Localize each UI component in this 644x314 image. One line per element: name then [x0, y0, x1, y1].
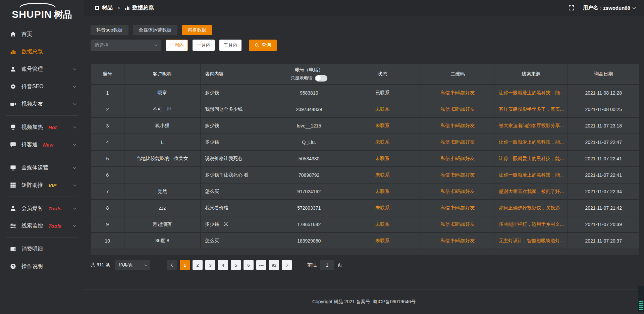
- page-button[interactable]: 3: [205, 260, 215, 270]
- sidebar-item-matrix-boost[interactable]: 矩阵助推 VIP: [0, 176, 84, 194]
- search-icon: [255, 43, 259, 48]
- sidebar-item-instructions[interactable]: ? 操作说明: [0, 258, 84, 275]
- sidebar-item-home[interactable]: 首页: [0, 25, 84, 43]
- table-header-row: 编号 客户昵称 咨询内容 帐号（电话） 只显示电话 状态: [91, 64, 639, 85]
- row-status: 未联系: [344, 167, 421, 183]
- row-source-link[interactable]: 让你一眼就爱上的黑科技，能...: [494, 85, 568, 101]
- row-source-link[interactable]: 客厅安装投影半年多了，真实...: [494, 101, 568, 117]
- row-source-link[interactable]: 被大家追着问的客厅投影分享...: [494, 117, 568, 134]
- question-circle-icon: ?: [10, 263, 16, 269]
- row-source-link[interactable]: 让你一眼就爱上的黑科技，能...: [494, 167, 568, 183]
- sidebar-menu: 首页 数据总览 账号管理 抖音SEO 视频发布: [0, 21, 84, 275]
- floating-widget[interactable]: [638, 286, 644, 312]
- row-source-link[interactable]: 让你一眼就爱上的黑科技，能...: [494, 134, 568, 150]
- tab-inquiry-data[interactable]: 询盘数据: [182, 25, 212, 35]
- chevron-down-icon: [73, 67, 76, 70]
- sidebar-item-account-management[interactable]: 账号管理: [0, 60, 84, 78]
- row-content: 怎么买: [200, 183, 274, 200]
- pagination-total: 共 911 条: [91, 262, 110, 268]
- sidebar-item-video-heating[interactable]: 视频加热 Hot: [0, 118, 84, 136]
- period-month-button[interactable]: 一月内: [193, 40, 215, 51]
- row-date: 2021-11-07 20:39: [568, 216, 639, 232]
- page-button[interactable]: 1: [180, 260, 190, 270]
- row-source-link[interactable]: 多功能护栏灯，适用于乡村文...: [494, 216, 568, 232]
- page-size-select[interactable]: 10条/页: [115, 260, 150, 270]
- page-button[interactable]: •••: [256, 260, 266, 270]
- footer: Copyright 树品 2021 备案号: 粤ICP备09019646号: [84, 290, 644, 314]
- page-button[interactable]: 4: [218, 260, 228, 270]
- row-source-link[interactable]: 感谢大家喜欢我家，被问了好...: [494, 183, 568, 200]
- row-qr-link[interactable]: 私信 扫码加好友: [421, 200, 494, 216]
- goto-page-input[interactable]: [320, 260, 334, 270]
- row-id: 7: [91, 183, 124, 200]
- prev-page-button[interactable]: [167, 260, 177, 270]
- phone-only-toggle[interactable]: [315, 75, 327, 82]
- sidebar-item-lead-monitoring[interactable]: 线索监控 Tools: [0, 217, 84, 234]
- row-qr-link[interactable]: 私信 扫码加好友: [421, 85, 494, 101]
- sidebar-item-consumption-details[interactable]: 消费明细: [0, 240, 84, 258]
- row-nickname: 当地比较能吃的一位美女: [124, 150, 200, 167]
- breadcrumb-chart-icon: [125, 5, 130, 10]
- row-qr-link[interactable]: 私信 扫码加好友: [421, 101, 494, 117]
- row-qr-link[interactable]: 私信 扫码加好友: [421, 150, 494, 167]
- logo-text-cn: 树品: [54, 10, 72, 19]
- sidebar-item-omnimedia[interactable]: 全媒体运营: [0, 159, 84, 176]
- next-page-button[interactable]: [282, 260, 292, 270]
- breadcrumb-root[interactable]: 树品: [102, 4, 113, 11]
- period-quarter-button[interactable]: 三月内: [219, 40, 241, 51]
- inquiry-table-wrap: 编号 客户昵称 咨询内容 帐号（电话） 只显示电话 状态: [91, 63, 639, 255]
- row-account: 9583810: [274, 85, 344, 101]
- row-nickname: 哦章: [124, 85, 200, 101]
- page-button[interactable]: 6: [244, 260, 254, 270]
- tools-badge: Tools: [48, 206, 61, 211]
- row-qr-link[interactable]: 私信 扫码加好友: [421, 232, 494, 249]
- row-account: love__1215: [274, 117, 344, 134]
- row-source-link[interactable]: 如何正确选择投影仪，买投影...: [494, 200, 568, 216]
- row-qr-link[interactable]: 私信 扫码加好友: [421, 183, 494, 200]
- logo-arc-icon: [19, 3, 56, 7]
- col-source: 线索来源: [494, 64, 568, 85]
- goto-suffix: 页: [337, 262, 342, 268]
- row-content: 多少钱: [200, 134, 274, 150]
- menu-divider: [6, 115, 78, 116]
- row-qr-link[interactable]: 私信 扫码加好友: [421, 216, 494, 232]
- table-row: 7 觉然 怎么买 917024162 未联系 私信 扫码加好友 感谢大家喜欢我家…: [91, 183, 639, 200]
- page-button[interactable]: 5: [231, 260, 241, 270]
- sidebar-item-video-publish[interactable]: 视频发布: [0, 95, 84, 113]
- table-row: 6 多少钱？让我死心 看 70898792 未联系 私信 扫码加好友 让你一眼就…: [91, 167, 639, 183]
- breadcrumb-current: 数据总览: [132, 4, 154, 11]
- tab-omnimedia-data[interactable]: 全媒体运营数据: [133, 25, 177, 35]
- account-select[interactable]: 请选择: [91, 40, 161, 51]
- tab-douyin-seo-data[interactable]: 抖音seo数据: [91, 25, 128, 35]
- sidebar-item-douketong[interactable]: 抖客通 New: [0, 136, 84, 153]
- row-qr-link[interactable]: 私信 扫码加好友: [421, 134, 494, 150]
- row-source-link[interactable]: 让你一眼就爱上的黑科技，能...: [494, 150, 568, 167]
- username-value[interactable]: zswodun88: [603, 5, 630, 11]
- row-account: 50534380: [274, 150, 344, 167]
- chat-bubble-icon: [10, 142, 16, 148]
- page-button[interactable]: 92: [269, 260, 279, 270]
- period-week-button[interactable]: 一周内: [166, 40, 188, 51]
- sidebar-item-douyin-seo[interactable]: 抖音SEO: [0, 78, 84, 95]
- page-button[interactable]: 2: [193, 260, 203, 270]
- fullscreen-icon[interactable]: [569, 5, 574, 11]
- copyright-text: Copyright 树品 2021 备案号: 粤ICP备09019646号: [312, 299, 416, 305]
- username-label: 用户名：: [583, 5, 603, 11]
- chevron-down-icon: [73, 183, 76, 186]
- row-source-link[interactable]: 无主灯设计，智能磁吸轨道灯...: [494, 232, 568, 249]
- chevron-down-icon[interactable]: [633, 6, 636, 9]
- row-date: 2021-11-07 22:47: [568, 134, 639, 150]
- row-qr-link[interactable]: 私信 扫码加好友: [421, 167, 494, 183]
- grid-icon: [10, 182, 16, 188]
- row-date: 2021-11-08 12:28: [568, 85, 639, 101]
- sidebar-item-data-overview[interactable]: 数据总览: [0, 43, 84, 60]
- chevron-down-icon: [145, 263, 147, 266]
- sidebar-item-member-traffic[interactable]: 会员爆客 Tools: [0, 200, 84, 217]
- row-qr-link[interactable]: 私信 扫码加好友: [421, 117, 494, 134]
- chevron-down-icon: [73, 102, 76, 105]
- table-row: 8 zzz 我只看价格 572803371 未联系 私信 扫码加好友 如何正确选…: [91, 200, 639, 216]
- inquiry-table: 编号 客户昵称 咨询内容 帐号（电话） 只显示电话 状态: [91, 63, 639, 249]
- row-content: 说说价格让我死心: [200, 150, 274, 167]
- sidebar-item-label: 视频加热: [21, 124, 43, 131]
- query-button[interactable]: 查询: [249, 40, 277, 51]
